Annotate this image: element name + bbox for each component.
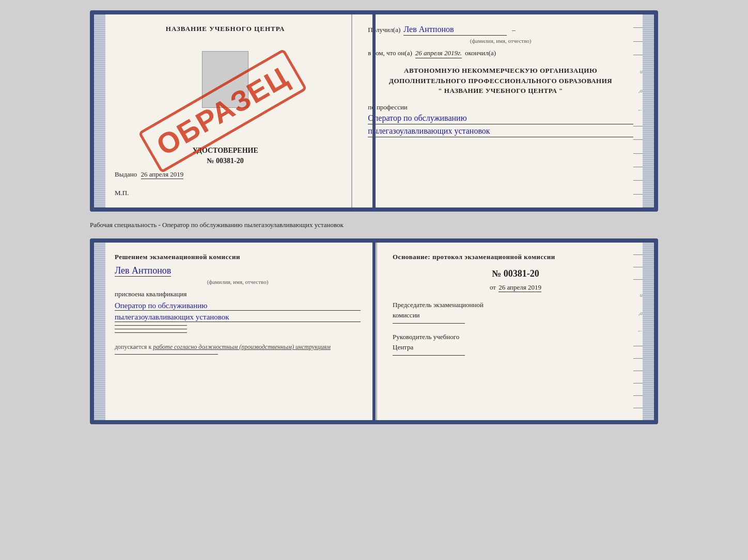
certificate-top-book: НАЗВАНИЕ УЧЕБНОГО ЦЕНТРА ОБРАЗЕЦ УДОСТОВ… [90, 10, 658, 212]
deco-dash-2 [633, 41, 643, 42]
ot-label: от [490, 283, 496, 291]
middle-text: Рабочая специальность - Оператор по обсл… [90, 218, 658, 232]
v-tom-date: 26 апреля 2019г. [415, 49, 462, 58]
v-tom-line: в том, что он(а) 26 апреля 2019г. окончи… [368, 49, 633, 58]
predsed-block: Председатель экзаменационной комиссии [393, 300, 638, 320]
bottom-number: № 00381-20 [393, 268, 638, 279]
dopusk-label: допускается к [115, 343, 151, 350]
prof-line2: пылегазоулавливающих установок [368, 126, 633, 137]
predsed-sign-line [393, 323, 465, 324]
kval-line2: пылегазоулавливающих установок [115, 313, 361, 322]
org-block: АВТОНОМНУЮ НЕКОММЕРЧЕСКУЮ ОРГАНИЗАЦИЮ ДО… [368, 66, 633, 96]
cert-number: № 00381-20 [115, 157, 336, 165]
sign-line-4 [115, 354, 218, 355]
mp-line: М.П. [115, 189, 336, 197]
fio-subtitle-bottom: (фамилия, имя, отчество) [115, 279, 361, 285]
deco-lines-right: и ,а ← [633, 14, 643, 207]
dopusk-val: работе согласно должностным (производств… [153, 343, 331, 350]
org-line3: " НАЗВАНИЕ УЧЕБНОГО ЦЕНТРА " [368, 86, 633, 96]
vydano-date: 26 апреля 2019 [141, 170, 184, 179]
sign-line-3 [115, 332, 187, 333]
deco-dash-1 [633, 27, 643, 28]
fio-subtitle-top: (фамилия, имя, отчество) [368, 38, 633, 44]
cert-bottom-left-page: Решением экзаменационной комиссии Лев Ан… [94, 243, 377, 420]
spine-texture-left [94, 14, 105, 207]
deco-dash-5 [633, 139, 643, 140]
po-professii-label: по профессии [368, 103, 633, 111]
deco-letter-arrow: ← [637, 107, 643, 113]
deco-dash-b6 [633, 371, 643, 371]
ruk-line2: Центра [393, 342, 638, 353]
resheniem-text: Решением экзаменационной комиссии [115, 253, 361, 261]
ot-date-val: 26 апреля 2019 [498, 283, 541, 292]
ruk-line1: Руководитель учебного [393, 332, 638, 342]
deco-dash-8 [633, 180, 643, 181]
deco-letter-ba: ,а [638, 310, 643, 316]
deco-dash-9 [633, 194, 643, 195]
deco-dash-7 [633, 167, 643, 167]
ruk-block: Руководитель учебного Центра [393, 332, 638, 352]
certificate-bottom-book: Решением экзаменационной комиссии Лев Ан… [90, 238, 658, 424]
cert-bottom-right-page: Основание: протокол экзаменационной коми… [377, 243, 654, 420]
vydano-label: Выдано [115, 170, 137, 178]
cert-top-left-page: НАЗВАНИЕ УЧЕБНОГО ЦЕНТРА ОБРАЗЕЦ УДОСТОВ… [94, 14, 352, 207]
deco-dash-b9 [633, 408, 643, 408]
prof-line1: Оператор по обслуживанию [368, 114, 633, 124]
ot-date: от 26 апреля 2019 [393, 283, 638, 292]
org-line2: ДОПОЛНИТЕЛЬНОГО ПРОФЕССИОНАЛЬНОГО ОБРАЗО… [368, 76, 633, 86]
bottom-person-name: Лев Антпонов [115, 265, 171, 277]
poluchil-line: Получил(а) Лев Антпонов – [368, 25, 633, 36]
ruk-sign-line [393, 355, 465, 356]
cert-top-title: НАЗВАНИЕ УЧЕБНОГО ЦЕНТРА [115, 25, 336, 33]
deco-dash-6 [633, 153, 643, 154]
org-line1: АВТОНОМНУЮ НЕКОММЕРЧЕСКУЮ ОРГАНИЗАЦИЮ [368, 66, 633, 76]
sign-line-2 [115, 329, 187, 329]
deco-dash-3 [633, 55, 643, 55]
kval-line1: Оператор по обслуживанию [115, 301, 361, 311]
predsed-line1: Председатель экзаменационной [393, 300, 638, 310]
deco-dash-b2 [633, 267, 643, 267]
spine-texture-bottom-left [94, 243, 105, 420]
sign-line-1 [115, 325, 187, 326]
deco-dash-b5 [633, 358, 643, 359]
prisvoena-label: присвоена квалификация [115, 290, 361, 298]
osnov-text: Основание: протокол экзаменационной коми… [393, 253, 638, 261]
poluchil-name: Лев Антпонов [403, 25, 507, 36]
okonchil-label: окончил(а) [465, 49, 496, 57]
spine-texture-bottom-right [643, 243, 654, 420]
predsed-line2: комиссии [393, 310, 638, 321]
deco-letter-a: ,а [638, 87, 643, 93]
poluchil-dash: – [512, 26, 516, 34]
deco-dash-b8 [633, 395, 643, 396]
cert-top-right-page: Получил(а) Лев Антпонов – (фамилия, имя,… [352, 14, 654, 207]
v-tom-label: в том, что он(а) [368, 49, 412, 57]
dopuskaetsya-block: допускается к работе согласно должностны… [115, 343, 361, 351]
deco-dash-b7 [633, 383, 643, 383]
spine-texture-right [643, 14, 654, 207]
photo-placeholder [202, 51, 248, 108]
poluchil-label: Получил(а) [368, 26, 400, 34]
document-container: НАЗВАНИЕ УЧЕБНОГО ЦЕНТРА ОБРАЗЕЦ УДОСТОВ… [10, 10, 738, 424]
deco-dash-b3 [633, 279, 643, 280]
deco-dash-4 [633, 126, 643, 126]
issued-line: Выдано 26 апреля 2019 [115, 170, 336, 179]
udost-label: УДОСТОВЕРЕНИЕ [115, 147, 336, 155]
